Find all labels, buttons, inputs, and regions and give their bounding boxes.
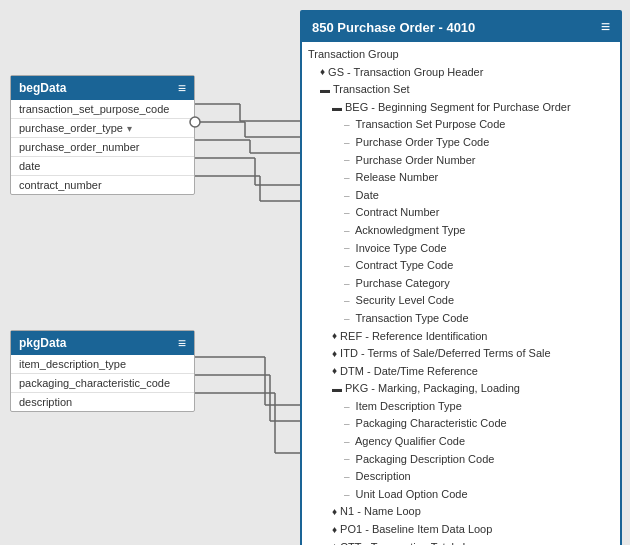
tree-desc: – Description — [308, 468, 614, 486]
minus-icon: ▬ — [320, 82, 330, 98]
dash-icon: – — [344, 223, 350, 239]
dash-icon: – — [344, 117, 350, 133]
tree-item-label: Purchase Category — [353, 275, 450, 293]
tree-item-label: REF - Reference Identification — [340, 328, 487, 346]
tree-item-label: Purchase Order Number — [353, 152, 476, 170]
dash-icon: – — [344, 170, 350, 186]
pkg-field-1-label: item_description_type — [19, 358, 126, 370]
tree-item-label: BEG - Beginning Segment for Purchase Ord… — [345, 99, 571, 117]
dash-icon: – — [344, 188, 350, 204]
tree-item-label: Purchase Order Type Code — [353, 134, 490, 152]
tree-dtm[interactable]: ♦ DTM - Date/Time Reference — [308, 363, 614, 381]
plus-icon: ♦ — [332, 363, 337, 379]
tree-container[interactable]: Transaction Group ♦ GS - Transaction Gro… — [302, 42, 620, 545]
minus-icon: ▬ — [332, 381, 342, 397]
pkg-field-3-label: description — [19, 396, 72, 408]
tree-gs[interactable]: ♦ GS - Transaction Group Header — [308, 64, 614, 82]
tree-ttc: – Transaction Type Code — [308, 310, 614, 328]
tree-itc: – Invoice Type Code — [308, 240, 614, 258]
beg-field-5: contract_number — [11, 176, 194, 194]
tree-idt: – Item Description Type — [308, 398, 614, 416]
pkg-data-header: pkgData ≡ — [11, 331, 194, 355]
tree-at: – Acknowledgment Type — [308, 222, 614, 240]
plus-icon: ♦ — [332, 504, 337, 520]
dash-icon: – — [344, 399, 350, 415]
right-panel: 850 Purchase Order - 4010 ≡ Transaction … — [300, 10, 622, 545]
tree-item-label: Unit Load Option Code — [353, 486, 468, 504]
pkg-field-2: packaging_characteristic_code — [11, 374, 194, 393]
pkg-data-menu-icon[interactable]: ≡ — [178, 335, 186, 351]
dash-icon: – — [344, 451, 350, 467]
minus-icon: ▬ — [332, 100, 342, 116]
tree-uloc: – Unit Load Option Code — [308, 486, 614, 504]
tree-rn: – Release Number — [308, 169, 614, 187]
tree-item-label: Invoice Type Code — [353, 240, 447, 258]
beg-field-3-label: purchase_order_number — [19, 141, 139, 153]
tree-transaction-group: Transaction Group — [308, 46, 614, 64]
tree-ctc: – Contract Type Code — [308, 257, 614, 275]
tree-item-label: Transaction Group — [308, 46, 399, 64]
dash-icon: – — [344, 434, 350, 450]
tree-pc: – Purchase Category — [308, 275, 614, 293]
tree-tspc: – Transaction Set Purpose Code — [308, 116, 614, 134]
plus-icon: ♦ — [332, 522, 337, 538]
beg-data-header: begData ≡ — [11, 76, 194, 100]
tree-transaction-set[interactable]: ▬ Transaction Set — [308, 81, 614, 99]
beg-data-menu-icon[interactable]: ≡ — [178, 80, 186, 96]
tree-ctt[interactable]: ♦ CTT - Transaction Totals Loop — [308, 539, 614, 545]
pkg-data-entity: pkgData ≡ item_description_type packagin… — [10, 330, 195, 412]
tree-item-label: Transaction Type Code — [353, 310, 469, 328]
tree-item-label: Contract Number — [353, 204, 440, 222]
tree-aqc: – Agency Qualifier Code — [308, 433, 614, 451]
tree-item-label: Release Number — [353, 169, 439, 187]
dash-icon: – — [344, 152, 350, 168]
dash-icon: – — [344, 135, 350, 151]
beg-field-2: purchase_order_type ▾ — [11, 119, 194, 138]
beg-field-1: transaction_set_purpose_code — [11, 100, 194, 119]
tree-pdc: – Packaging Description Code — [308, 451, 614, 469]
beg-field-2-label: purchase_order_type — [19, 122, 123, 134]
tree-n1[interactable]: ♦ N1 - Name Loop — [308, 503, 614, 521]
tree-beg[interactable]: ▬ BEG - Beginning Segment for Purchase O… — [308, 99, 614, 117]
tree-item-label: GS - Transaction Group Header — [328, 64, 483, 82]
tree-po1[interactable]: ♦ PO1 - Baseline Item Data Loop — [308, 521, 614, 539]
tree-item-label: DTM - Date/Time Reference — [340, 363, 478, 381]
dash-icon: – — [344, 487, 350, 503]
tree-itd[interactable]: ♦ ITD - Terms of Sale/Deferred Terms of … — [308, 345, 614, 363]
tree-item-label: ITD - Terms of Sale/Deferred Terms of Sa… — [340, 345, 551, 363]
tree-item-label: Acknowledgment Type — [353, 222, 466, 240]
beg-field-3: purchase_order_number — [11, 138, 194, 157]
beg-field-4-label: date — [19, 160, 40, 172]
tree-item-label: Description — [353, 468, 411, 486]
dash-icon: – — [344, 205, 350, 221]
tree-cn: – Contract Number — [308, 204, 614, 222]
tree-pkg[interactable]: ▬ PKG - Marking, Packaging, Loading — [308, 380, 614, 398]
tree-ref[interactable]: ♦ REF - Reference Identification — [308, 328, 614, 346]
plus-icon: ♦ — [332, 539, 337, 545]
dash-icon: – — [344, 469, 350, 485]
tree-item-label: Contract Type Code — [353, 257, 454, 275]
tree-item-label: PKG - Marking, Packaging, Loading — [345, 380, 520, 398]
beg-field-4: date — [11, 157, 194, 176]
dropdown-arrow-icon: ▾ — [127, 123, 132, 134]
dash-icon: – — [344, 240, 350, 256]
dash-icon: – — [344, 416, 350, 432]
beg-field-5-label: contract_number — [19, 179, 102, 191]
tree-item-label: Date — [353, 187, 379, 205]
tree-item-label: Agency Qualifier Code — [353, 433, 466, 451]
tree-pon: – Purchase Order Number — [308, 152, 614, 170]
panel-header: 850 Purchase Order - 4010 ≡ — [302, 12, 620, 42]
tree-item-label: N1 - Name Loop — [340, 503, 421, 521]
tree-item-label: Transaction Set — [333, 81, 410, 99]
panel-title: 850 Purchase Order - 4010 — [312, 20, 475, 35]
tree-item-label: Item Description Type — [353, 398, 462, 416]
pkg-field-3: description — [11, 393, 194, 411]
panel-menu-icon[interactable]: ≡ — [601, 18, 610, 36]
beg-data-title: begData — [19, 81, 66, 95]
tree-slc: – Security Level Code — [308, 292, 614, 310]
tree-item-label: Packaging Characteristic Code — [353, 415, 507, 433]
tree-item-label: Transaction Set Purpose Code — [353, 116, 506, 134]
plus-icon: ♦ — [332, 346, 337, 362]
tree-item-label: Packaging Description Code — [353, 451, 495, 469]
canvas: begData ≡ transaction_set_purpose_code p… — [0, 0, 630, 545]
